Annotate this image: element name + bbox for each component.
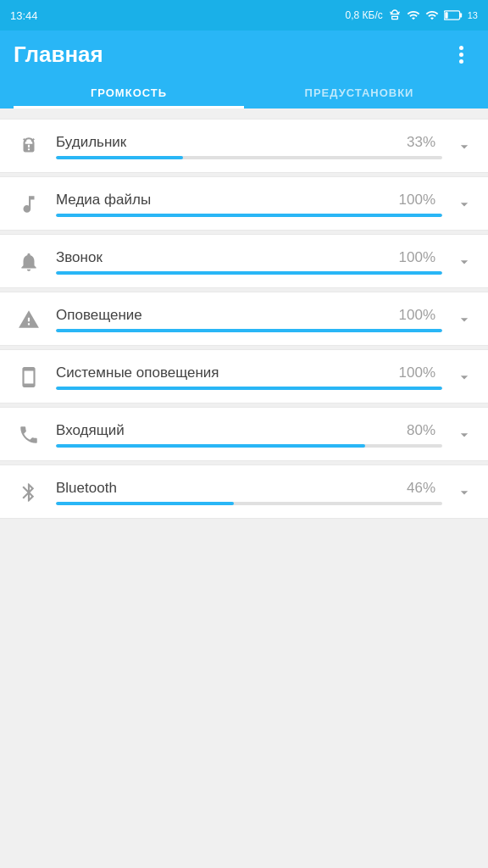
list-item[interactable]: Медиа файлы 100% [0, 176, 488, 231]
status-bar: 13:44 0,8 КБ/с 13 [0, 0, 488, 31]
bluetooth-row-content: Bluetooth 46% [56, 480, 442, 505]
battery-icon [444, 9, 463, 21]
media-chevron-icon [454, 194, 474, 214]
list-item[interactable]: Звонок 100% [0, 234, 488, 288]
incoming-chevron-icon [454, 425, 474, 445]
bluetooth-progress-fill [56, 502, 234, 505]
system-label: Системные оповещения [56, 364, 219, 381]
list-item[interactable]: Системные оповещения 100% [0, 349, 488, 403]
warning-icon [14, 304, 44, 335]
list-item[interactable]: Будильник 33% [0, 119, 488, 173]
incoming-progress-bg [56, 444, 442, 448]
volume-list: Будильник 33% Медиа файлы 100% [0, 108, 488, 529]
ringtone-label: Звонок [56, 249, 103, 266]
signal-icon [407, 8, 420, 22]
alarm-progress-fill [56, 156, 183, 159]
alarm-icon [14, 131, 44, 162]
bluetooth-label: Bluetooth [56, 480, 117, 497]
tab-presets[interactable]: ПРЕДУСТАНОВКИ [244, 78, 474, 108]
tab-volume[interactable]: ГРОМКОСТЬ [14, 78, 244, 108]
notification-label: Оповещение [56, 307, 142, 324]
list-item[interactable]: Оповещение 100% [0, 292, 488, 346]
ringtone-percent: 100% [399, 249, 435, 266]
list-item[interactable]: Bluetooth 46% [0, 465, 488, 519]
page-title: Главная [14, 42, 103, 68]
system-row-content: Системные оповещения 100% [56, 364, 442, 390]
alarm-chevron-icon [454, 136, 474, 157]
ringtone-progress-bg [56, 271, 442, 275]
media-percent: 100% [399, 192, 435, 209]
notification-progress-bg [56, 329, 442, 332]
status-icons: 0,8 КБ/с 13 [346, 8, 478, 22]
bluetooth-chevron-icon [454, 482, 474, 503]
wifi-icon [425, 8, 439, 22]
media-progress-bg [56, 214, 442, 217]
incoming-progress-fill [56, 444, 365, 448]
media-progress-fill [56, 214, 442, 217]
system-chevron-icon [454, 367, 474, 387]
bluetooth-icon [14, 477, 44, 508]
system-percent: 100% [399, 364, 435, 381]
alarm-progress-bg [56, 156, 442, 159]
time-display: 13:44 [10, 9, 38, 22]
svg-rect-1 [459, 13, 462, 17]
media-row-content: Медиа файлы 100% [56, 192, 442, 217]
list-item[interactable]: Входящий 80% [0, 407, 488, 461]
speed-display: 0,8 КБ/с [346, 9, 383, 21]
system-progress-fill [56, 387, 442, 390]
music-icon [14, 189, 44, 220]
alarm-row-content: Будильник 33% [56, 134, 442, 159]
bell-icon [14, 247, 44, 277]
ringtone-row-content: Звонок 100% [56, 249, 442, 275]
alarm-percent: 33% [407, 134, 435, 151]
incoming-row-content: Входящий 80% [56, 422, 442, 448]
call-icon [14, 420, 44, 450]
alarm-status-icon [388, 8, 402, 22]
overflow-menu-button[interactable] [447, 41, 474, 68]
status-time: 13:44 [10, 9, 38, 22]
notification-chevron-icon [454, 309, 474, 330]
battery-level: 13 [468, 10, 478, 20]
system-progress-bg [56, 387, 442, 390]
app-header: Главная ГРОМКОСТЬ ПРЕДУСТАНОВКИ [0, 31, 488, 108]
notification-row-content: Оповещение 100% [56, 307, 442, 332]
ringtone-progress-fill [56, 271, 442, 275]
media-label: Медиа файлы [56, 192, 151, 209]
notification-percent: 100% [399, 307, 435, 324]
svg-rect-2 [445, 12, 447, 19]
tab-bar: ГРОМКОСТЬ ПРЕДУСТАНОВКИ [14, 78, 474, 108]
bluetooth-percent: 46% [407, 480, 435, 497]
ringtone-chevron-icon [454, 252, 474, 272]
notification-progress-fill [56, 329, 442, 332]
phone-icon [14, 362, 44, 392]
incoming-label: Входящий [56, 422, 125, 439]
alarm-label: Будильник [56, 134, 126, 151]
incoming-percent: 80% [407, 422, 435, 439]
bluetooth-progress-bg [56, 502, 442, 505]
